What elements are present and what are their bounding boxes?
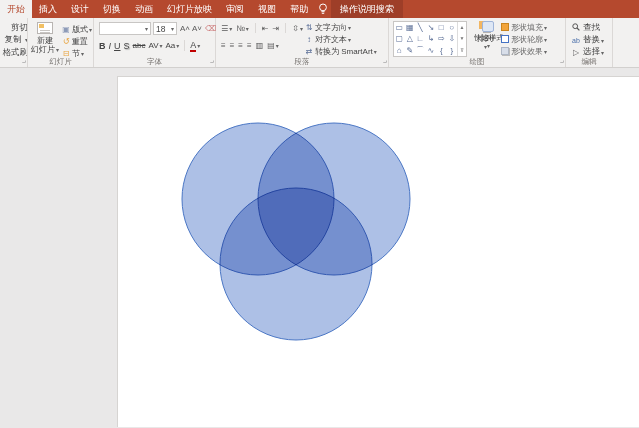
shape-right-arrow-icon[interactable]: ⇨	[436, 33, 447, 44]
align-center-button[interactable]: ≡	[230, 41, 235, 50]
bullets-button[interactable]: ☰▾	[221, 24, 232, 33]
shape-triangle-icon[interactable]: △	[405, 33, 416, 44]
editing-group-label: 编辑	[566, 57, 612, 67]
chevron-down-icon: ▾	[601, 49, 604, 56]
chevron-down-icon: ▾	[300, 26, 303, 32]
change-case-button[interactable]: Aa▾	[166, 40, 180, 52]
tab-插入[interactable]: 插入	[32, 0, 64, 18]
shape-arrow-line-icon[interactable]: ↘	[426, 22, 437, 33]
new-slide-button[interactable]: 新建 幻灯片▾	[31, 22, 59, 55]
cut-button[interactable]: 剪切	[0, 21, 28, 33]
increase-indent-button[interactable]: ⇥	[273, 24, 280, 33]
strikethrough-button[interactable]: abc	[133, 40, 146, 52]
tab-设计[interactable]: 设计	[64, 0, 96, 18]
chevron-down-icon: ▾	[544, 48, 547, 55]
shape-left-brace-icon[interactable]: {	[436, 45, 447, 56]
replace-button[interactable]: ab 替换▾	[571, 34, 604, 46]
clipboard-dialog-launcher-icon[interactable]: ⌐	[22, 59, 26, 66]
numbering-button[interactable]: №▾	[236, 24, 249, 33]
decrease-indent-button[interactable]: ⇤	[262, 24, 269, 33]
shape-gallery: ▭▦╲↘□○▢△∟↳⇨⇩⌂✎⌒∿{} ▲ ▼ ⊽	[393, 21, 467, 57]
chevron-down-icon: ▾	[89, 26, 92, 33]
tab-帮助[interactable]: 帮助	[283, 0, 315, 18]
text-shadow-button[interactable]: S	[124, 40, 130, 52]
shape-arc-icon[interactable]: ⌒	[415, 45, 426, 56]
venn-circle-3[interactable]	[220, 188, 372, 340]
group-editing: 查找 ab 替换▾ ▷ 选择▾ 编辑	[566, 18, 613, 67]
shrink-font-button[interactable]: A˅	[192, 24, 202, 33]
shape-right-angle-icon[interactable]: ∟	[415, 33, 426, 44]
clear-formatting-button[interactable]: ⌫	[205, 24, 216, 33]
shape-freeform-icon[interactable]: ⌂	[394, 45, 405, 56]
gallery-scroll-down-icon[interactable]: ▼	[458, 33, 466, 44]
slide-canvas[interactable]	[117, 76, 639, 427]
shape-oval-icon[interactable]: ○	[447, 22, 458, 33]
shape-down-arrow-icon[interactable]: ⇩	[447, 33, 458, 44]
shape-scribble-icon[interactable]: ✎	[405, 45, 416, 56]
align-justify-button[interactable]: ≡	[247, 41, 252, 50]
gallery-scroll-up-icon[interactable]: ▲	[458, 22, 466, 33]
shape-line-icon[interactable]: ╲	[415, 22, 426, 33]
font-name-combobox[interactable]: ▾	[99, 22, 151, 35]
paragraph-group-label: 段落	[216, 57, 388, 67]
layout-button[interactable]: ▣版式▾	[61, 23, 92, 35]
shape-rectangle-icon[interactable]: □	[436, 22, 447, 33]
group-drawing: ▭▦╲↘□○▢△∟↳⇨⇩⌂✎⌒∿{} ▲ ▼ ⊽ 排列 ▾	[389, 18, 566, 67]
ribbon-tab-bar: 开始插入设计切换动画幻灯片放映审阅视图帮助 操作说明搜索	[0, 0, 639, 18]
chevron-down-icon: ▾	[544, 24, 547, 31]
select-icon: ▷	[571, 48, 581, 57]
bold-button[interactable]: B	[99, 40, 106, 52]
copy-button[interactable]: 复制 ▾	[0, 33, 28, 46]
chevron-down-icon: ▾	[276, 43, 279, 49]
convert-to-smartart-button[interactable]: ⇄转换为 SmartArt▾	[304, 45, 377, 57]
shape-elbow-connector-icon[interactable]: ↳	[426, 33, 437, 44]
find-button[interactable]: 查找	[571, 22, 604, 34]
divider	[184, 40, 185, 51]
text-direction-icon: ⇅	[304, 23, 314, 32]
shape-recent-grid-icon[interactable]: ▦	[405, 22, 416, 33]
align-text-button[interactable]: ↕对齐文本▾	[304, 33, 377, 45]
tab-切换[interactable]: 切换	[96, 0, 128, 18]
shape-right-brace-icon[interactable]: }	[447, 45, 458, 56]
divider	[255, 23, 256, 33]
shape-curve-icon[interactable]: ∿	[426, 45, 437, 56]
shape-recent-rectangle-icon[interactable]: ▭	[394, 22, 405, 33]
tell-me-search[interactable]: 操作说明搜索	[331, 0, 403, 18]
shape-rounded-rectangle-icon[interactable]: ▢	[394, 33, 405, 44]
tab-动画[interactable]: 动画	[128, 0, 160, 18]
reset-button[interactable]: ↺重置	[61, 35, 92, 47]
font-size-combobox[interactable]: 18▾	[153, 22, 177, 35]
paragraph-dialog-launcher-icon[interactable]: ⌐	[383, 59, 387, 66]
tab-开始[interactable]: 开始	[0, 0, 32, 18]
columns-button[interactable]: ▥	[256, 41, 264, 50]
shape-outline-button[interactable]: 形状轮廓▾	[501, 33, 547, 45]
shape-fill-button[interactable]: 形状填充▾	[501, 21, 547, 33]
tab-视图[interactable]: 视图	[251, 0, 283, 18]
drawing-dialog-launcher-icon[interactable]: ⌐	[560, 59, 564, 66]
reset-icon: ↺	[61, 37, 71, 46]
shape-effects-button[interactable]: 形状效果▾	[501, 45, 547, 57]
align-left-button[interactable]: ≡	[221, 41, 226, 50]
align-right-button[interactable]: ≡	[238, 41, 243, 50]
gallery-more-icon[interactable]: ⊽	[458, 45, 466, 56]
shape-fill-icon	[501, 23, 509, 31]
ribbon-tabs: 开始插入设计切换动画幻灯片放映审阅视图帮助	[0, 0, 315, 18]
underline-button[interactable]: U	[114, 40, 121, 52]
align-text-icon: ↕	[304, 35, 314, 44]
tab-幻灯片放映[interactable]: 幻灯片放映	[160, 0, 219, 18]
grow-font-button[interactable]: A˄	[180, 24, 190, 33]
format-painter-button[interactable]: 格式刷	[0, 46, 28, 58]
add-columns-button[interactable]: ▤▾	[267, 41, 279, 50]
character-spacing-button[interactable]: AV▾	[148, 40, 162, 52]
tab-审阅[interactable]: 审阅	[219, 0, 251, 18]
find-icon	[571, 23, 581, 33]
quick-styles-button-real[interactable]: 快速样式 ▾	[473, 21, 503, 49]
chevron-down-icon: ▾	[56, 47, 59, 53]
line-spacing-button[interactable]: ⇳▾	[292, 24, 303, 33]
font-dialog-launcher-icon[interactable]: ⌐	[210, 59, 214, 66]
lightbulb-icon	[315, 0, 331, 18]
italic-button[interactable]: I	[109, 40, 112, 52]
text-direction-button[interactable]: ⇅文字方向▾	[304, 21, 377, 33]
chevron-down-icon: ▾	[197, 43, 200, 49]
font-color-button[interactable]: A▾	[190, 39, 200, 52]
